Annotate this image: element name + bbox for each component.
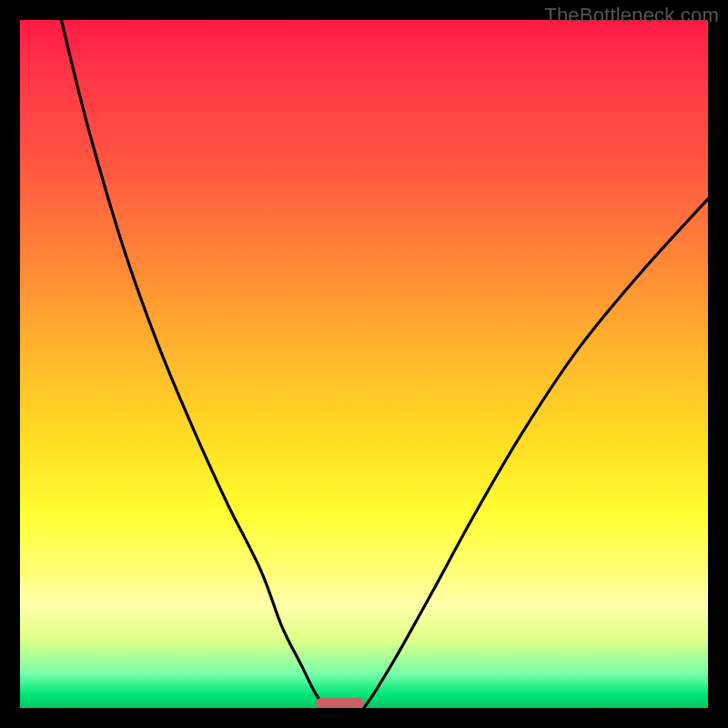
chart-container: TheBottleneck.com	[0, 0, 728, 728]
left-curve	[61, 20, 326, 708]
watermark-text: TheBottleneck.com	[544, 4, 719, 27]
right-curve	[364, 199, 708, 708]
bottleneck-marker	[316, 698, 364, 708]
curve-layer	[20, 20, 708, 708]
plot-area	[20, 20, 708, 708]
